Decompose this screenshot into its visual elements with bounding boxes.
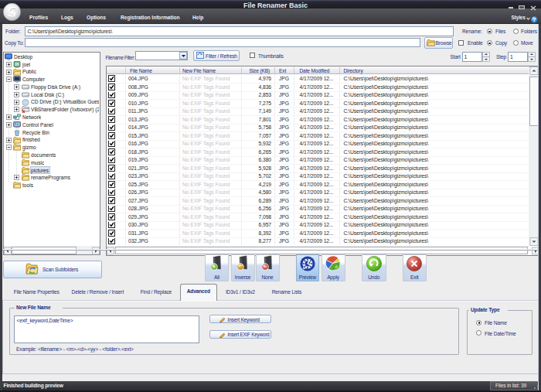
svg-text:?: ? [533, 16, 536, 22]
